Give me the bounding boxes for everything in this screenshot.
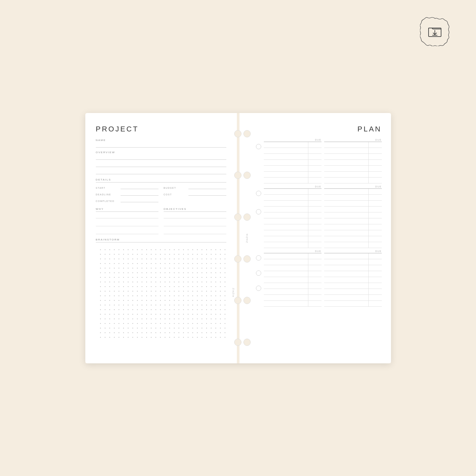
task-row	[264, 265, 322, 271]
bullet-3	[256, 209, 261, 214]
task-row	[264, 207, 322, 212]
budget-row: BUDGET	[164, 184, 226, 189]
task-row	[324, 148, 382, 154]
task-row	[324, 253, 382, 259]
start-line	[121, 184, 158, 189]
task-row	[264, 301, 322, 307]
due-label-1-2: DUE	[324, 139, 382, 142]
task-row	[324, 236, 382, 242]
budget-label: BUDGET	[164, 187, 188, 189]
task-row	[324, 142, 382, 148]
task-row	[324, 277, 382, 283]
overview-label: OVERVIEW	[96, 151, 226, 154]
pages-container: PROJECT NAME OVERVIEW DETAILS START	[85, 113, 391, 363]
task-row	[324, 242, 382, 248]
why-section: WHY	[96, 208, 158, 234]
task-row	[324, 207, 382, 212]
task-row	[264, 277, 322, 283]
task-table-2-2: DUE	[324, 185, 382, 248]
right-watermark: ZiaZia	[245, 233, 248, 242]
why-line-1	[96, 214, 158, 218]
task-row	[264, 218, 322, 224]
task-table-1-1: DUE	[264, 139, 322, 183]
right-ring-hole-3	[243, 213, 251, 221]
task-table-3-2: DUE	[324, 250, 382, 307]
task-row	[324, 154, 382, 160]
start-row: START	[96, 184, 158, 189]
why-objectives-section: WHY OBJECTIVES	[96, 208, 226, 234]
right-ring-hole-4	[243, 255, 251, 263]
deadline-label: DEADLINE	[96, 193, 121, 196]
details-label: DETAILS	[96, 178, 226, 182]
task-row	[324, 201, 382, 207]
task-row	[264, 295, 322, 301]
task-table-2-1: DUE	[264, 185, 322, 248]
task-row	[264, 271, 322, 277]
task-section-row-3: DUE DUE	[256, 250, 382, 307]
name-line	[96, 142, 226, 148]
overview-line-1	[96, 154, 226, 160]
deadline-line	[121, 191, 158, 196]
task-section-row-1: DUE DUE	[256, 139, 382, 183]
due-label-3-2: DUE	[324, 250, 382, 253]
bullet-2	[256, 191, 261, 196]
ring-hole-2	[234, 172, 241, 179]
task-row	[324, 160, 382, 166]
task-row	[324, 265, 382, 271]
why-line-2	[96, 222, 158, 226]
objectives-line-2	[164, 222, 226, 226]
download-badge-icon[interactable]	[420, 16, 450, 46]
right-ring-hole-2	[243, 172, 251, 179]
task-row	[264, 259, 322, 265]
plan-title: PLAN	[256, 125, 382, 133]
ring-hole-5	[234, 297, 241, 304]
task-row	[264, 154, 322, 160]
task-row	[264, 242, 322, 248]
deadline-row: DEADLINE	[96, 191, 158, 196]
task-row	[324, 178, 382, 183]
task-row	[324, 259, 382, 265]
task-row	[264, 212, 322, 218]
task-row	[264, 142, 322, 148]
overview-line-3	[96, 169, 226, 174]
due-label-2-2: DUE	[324, 185, 382, 189]
task-row	[324, 230, 382, 236]
task-table-1-2: DUE	[324, 139, 382, 183]
bullet-6	[256, 286, 261, 291]
task-row	[324, 283, 382, 289]
objectives-label: OBJECTIVES	[164, 208, 226, 212]
task-row	[324, 271, 382, 277]
name-label: NAME	[96, 139, 226, 142]
task-row	[264, 289, 322, 295]
task-row	[324, 172, 382, 178]
budget-line	[188, 184, 226, 189]
task-row	[264, 172, 322, 178]
task-row	[324, 289, 382, 295]
ring-hole-4	[234, 255, 241, 263]
task-row	[324, 189, 382, 195]
task-row	[264, 148, 322, 154]
task-row	[324, 195, 382, 201]
task-row	[324, 218, 382, 224]
name-field: NAME	[96, 139, 226, 148]
project-title: PROJECT	[96, 125, 226, 133]
task-row	[324, 301, 382, 307]
overview-line-2	[96, 162, 226, 167]
brainstorm-label: BRAINSTORM	[96, 238, 226, 242]
objectives-line-1	[164, 214, 226, 218]
ring-hole-6	[234, 339, 241, 346]
due-label-2-1: DUE	[264, 185, 322, 189]
completed-label: COMPLETED	[96, 200, 121, 202]
task-row	[264, 166, 322, 172]
ring-hole-1	[234, 130, 241, 137]
task-row	[324, 166, 382, 172]
task-table-3-1: DUE	[264, 250, 322, 307]
task-row	[324, 224, 382, 230]
right-ring-hole-1	[243, 130, 251, 137]
right-ring-hole-6	[243, 339, 251, 346]
details-section: DETAILS START DEADLINE COMPLETED	[96, 178, 226, 204]
due-label-3-1: DUE	[264, 250, 322, 253]
due-label-1-1: DUE	[264, 139, 322, 142]
ring-hole-3	[234, 213, 241, 221]
overview-field: OVERVIEW	[96, 151, 226, 174]
